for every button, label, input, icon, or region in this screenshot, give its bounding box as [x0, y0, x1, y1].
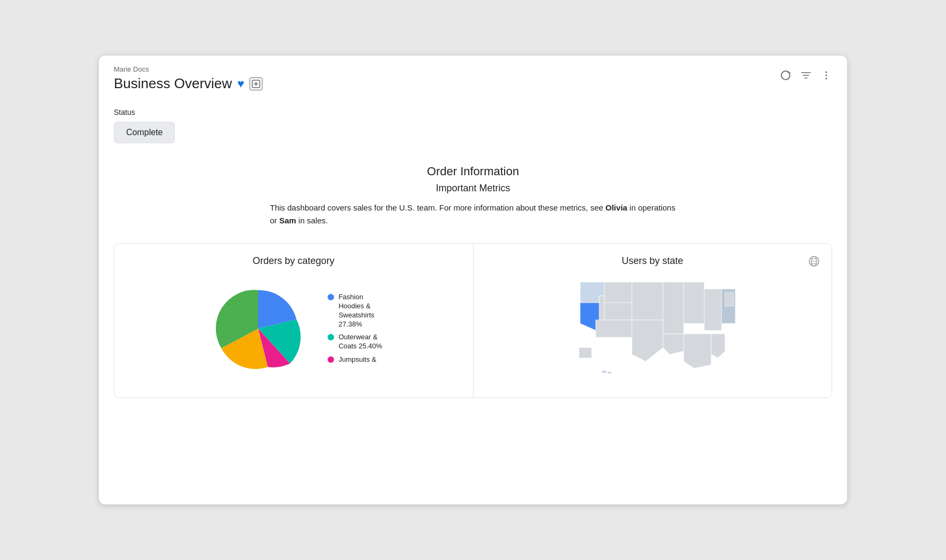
order-info-subtitle: Important Metrics: [114, 183, 832, 194]
legend-dot-fashion: [328, 294, 334, 300]
svg-point-7: [826, 75, 827, 76]
refresh-icon[interactable]: [780, 69, 792, 84]
status-label: Status: [114, 108, 832, 116]
orders-by-category-title: Orders by category: [127, 255, 460, 267]
legend-item-jumpsuits: Jumpsuits &: [328, 355, 382, 364]
legend-item-outerwear: Outerwear &Coats 25.40%: [328, 333, 382, 351]
pie-area: FashionHoodies &Sweatshirts27.38% Outerw…: [127, 275, 460, 382]
svg-point-6: [826, 72, 827, 73]
legend-item-fashion: FashionHoodies &Sweatshirts27.38%: [328, 293, 382, 329]
workspace-label: Marie Docs: [114, 65, 832, 73]
legend-dot-jumpsuits: [328, 356, 334, 363]
title-row: Business Overview ♥: [114, 75, 832, 92]
users-by-state-title: Users by state: [486, 255, 819, 267]
heart-icon[interactable]: ♥: [237, 77, 244, 91]
content-area: Status Complete Order Information Import…: [99, 97, 847, 409]
us-map-svg: [498, 275, 808, 382]
order-info-description: This dashboard covers sales for the U.S.…: [270, 201, 676, 227]
add-page-icon[interactable]: [250, 77, 262, 90]
order-info-section: Order Information Important Metrics This…: [114, 165, 832, 227]
pie-legend: FashionHoodies &Sweatshirts27.38% Outerw…: [328, 293, 382, 364]
order-info-title: Order Information: [114, 165, 832, 178]
legend-dot-outerwear: [328, 334, 334, 340]
page-title: Business Overview: [114, 75, 232, 92]
main-window: Marie Docs Business Overview ♥: [99, 56, 847, 504]
svg-point-8: [826, 78, 827, 80]
toolbar-right: [780, 69, 832, 84]
charts-row: Orders by category: [114, 243, 832, 398]
svg-point-14: [602, 370, 607, 373]
globe-icon[interactable]: [808, 255, 820, 270]
us-map-area: [486, 275, 819, 382]
filter-icon[interactable]: [800, 69, 812, 84]
svg-point-15: [607, 371, 611, 374]
header: Marie Docs Business Overview ♥: [99, 56, 847, 97]
pie-chart: [205, 286, 312, 371]
more-options-icon[interactable]: [820, 69, 832, 84]
users-by-state-panel: Users by state: [474, 244, 832, 398]
complete-button[interactable]: Complete: [114, 122, 175, 143]
orders-by-category-panel: Orders by category: [114, 244, 474, 398]
